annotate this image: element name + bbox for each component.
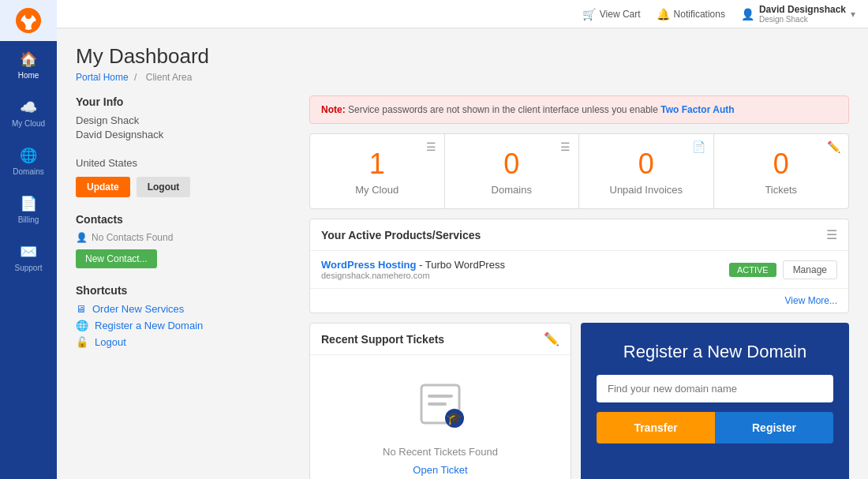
info-buttons: Update Logout — [76, 177, 297, 197]
active-badge: ACTIVE — [729, 263, 776, 277]
user-company: Design Shack — [759, 15, 846, 24]
alert-note: Note: Service passwords are not shown in… — [309, 95, 849, 124]
note-label: Note: — [321, 104, 346, 115]
stat-invoices: 📄 0 Unpaid Invoices — [579, 134, 714, 208]
your-info-section: Your Info Design Shack David Designshack… — [76, 95, 297, 197]
shortcut-order-label: Order New Services — [92, 303, 184, 315]
chevron-down-icon: ▾ — [851, 9, 855, 20]
breadcrumb: Portal Home / Client Area — [76, 72, 849, 83]
sidebar-item-home[interactable]: 🏠 Home — [0, 41, 57, 89]
tickets-header: Recent Support Tickets ✏️ — [310, 324, 571, 355]
active-products-title: Your Active Products/Services — [321, 229, 481, 241]
products-menu-icon[interactable]: ☰ — [826, 227, 837, 242]
two-factor-link[interactable]: Two Factor Auth — [660, 104, 734, 115]
contacts-title: Contacts — [76, 213, 297, 226]
stat-tickets: ✏️ 0 Tickets — [714, 134, 849, 208]
shortcut-register-domain[interactable]: 🌐 Register a New Domain — [76, 320, 297, 331]
transfer-button[interactable]: Transfer — [597, 412, 715, 443]
sidebar-label-domains: Domains — [13, 167, 43, 176]
sidebar: 🏠 Home ☁️ My Cloud 🌐 Domains 📄 Billing ✉… — [0, 0, 57, 479]
domain-search-input[interactable] — [597, 375, 833, 402]
svg-text:🎓: 🎓 — [447, 410, 462, 425]
product-subtype: Turbo WordPress — [425, 259, 505, 271]
user-full-name: David Designshack — [76, 129, 297, 140]
topbar: 🛒 View Cart 🔔 Notifications 👤 David Desi… — [57, 0, 868, 28]
sidebar-item-billing[interactable]: 📄 Billing — [0, 185, 57, 234]
domain-register-title: Register a New Domain — [597, 342, 833, 362]
shortcut-register-label: Register a New Domain — [95, 320, 203, 331]
active-products-header: Your Active Products/Services ☰ — [310, 219, 848, 251]
sidebar-label-home: Home — [18, 71, 39, 80]
page-title: My Dashboard — [76, 44, 849, 69]
breadcrumb-current: Client Area — [146, 72, 193, 83]
svg-point-2 — [25, 13, 32, 19]
shortcuts-title: Shortcuts — [76, 284, 297, 297]
open-ticket-link[interactable]: Open Ticket — [413, 464, 467, 476]
shortcut-logout[interactable]: 🔓 Logout — [76, 336, 297, 348]
no-contacts-text: 👤 No Contacts Found — [76, 232, 297, 243]
stat-domains-number: 0 — [458, 147, 567, 181]
stat-menu-cloud-icon[interactable]: ☰ — [426, 140, 436, 153]
sidebar-logo — [0, 0, 57, 41]
ticket-empty-icon: 🎓 — [334, 379, 547, 438]
sidebar-item-support[interactable]: ✉️ Support — [0, 234, 57, 282]
product-name-text: WordPress Hosting - Turbo WordPress — [321, 259, 505, 271]
stats-row: ☰ 1 My Cloud ☰ 0 Domains 📄 0 Unpaid Invo… — [309, 133, 849, 209]
product-info: WordPress Hosting - Turbo WordPress desi… — [321, 259, 505, 280]
product-type-name: WordPress Hosting — [321, 259, 416, 271]
update-button[interactable]: Update — [76, 177, 130, 197]
your-info-title: Your Info — [76, 95, 297, 108]
breadcrumb-separator: / — [134, 72, 137, 83]
left-panel: Your Info Design Shack David Designshack… — [76, 95, 297, 479]
stat-invoices-label: Unpaid Invoices — [592, 184, 701, 196]
shortcut-order-services[interactable]: 🖥 Order New Services — [76, 303, 297, 315]
user-menu[interactable]: 👤 David Designshack Design Shack ▾ — [741, 4, 855, 24]
tickets-menu-icon[interactable]: ✏️ — [544, 331, 559, 346]
domain-action-buttons: Transfer Register — [597, 412, 833, 443]
recent-tickets-card: Recent Support Tickets ✏️ 🎓 — [309, 323, 571, 479]
content-grid: Your Info Design Shack David Designshack… — [76, 95, 849, 479]
notifications-label: Notifications — [674, 9, 725, 20]
ticket-empty-state: 🎓 No Recent Tickets Found Open Ticket — [310, 355, 571, 479]
stat-invoices-number: 0 — [592, 147, 701, 181]
stat-tickets-number: 0 — [727, 147, 836, 181]
stat-cloud-number: 1 — [323, 147, 432, 181]
sidebar-label-cloud: My Cloud — [12, 119, 45, 128]
domain-icon: 🌐 — [76, 320, 88, 331]
sidebar-label-billing: Billing — [18, 215, 39, 224]
stat-menu-domains-icon[interactable]: ☰ — [560, 140, 571, 153]
domain-register-card: Register a New Domain Transfer Register — [581, 323, 849, 479]
alert-message: Service passwords are not shown in the c… — [348, 104, 658, 115]
stat-cloud: ☰ 1 My Cloud — [310, 134, 445, 208]
cloud-icon: ☁️ — [20, 99, 37, 116]
logout-icon: 🔓 — [76, 336, 88, 348]
view-more-link[interactable]: View More... — [785, 295, 837, 306]
breadcrumb-portal[interactable]: Portal Home — [76, 72, 129, 83]
stat-domains-label: Domains — [458, 184, 567, 196]
notifications-button[interactable]: 🔔 Notifications — [657, 8, 725, 21]
sidebar-item-domains[interactable]: 🌐 Domains — [0, 137, 57, 185]
svg-rect-6 — [428, 395, 453, 398]
cart-icon: 🛒 — [582, 8, 596, 21]
logout-button-info[interactable]: Logout — [137, 177, 191, 197]
shortcut-logout-label: Logout — [95, 336, 126, 348]
active-products-card: Your Active Products/Services ☰ WordPres… — [309, 219, 849, 313]
services-icon: 🖥 — [76, 303, 86, 315]
stat-menu-invoices-icon[interactable]: 📄 — [692, 140, 705, 153]
user-icon: 👤 — [741, 8, 754, 21]
product-row: WordPress Hosting - Turbo WordPress desi… — [310, 251, 848, 289]
register-button[interactable]: Register — [715, 412, 833, 443]
product-actions: ACTIVE Manage — [729, 260, 837, 279]
sidebar-label-support: Support — [14, 264, 42, 272]
bell-icon: 🔔 — [657, 8, 670, 21]
sidebar-item-cloud[interactable]: ☁️ My Cloud — [0, 89, 57, 137]
new-contact-button[interactable]: New Contact... — [76, 249, 157, 268]
stat-domains: ☰ 0 Domains — [445, 134, 580, 208]
view-cart-button[interactable]: 🛒 View Cart — [582, 8, 641, 21]
stat-menu-tickets-icon[interactable]: ✏️ — [827, 140, 840, 153]
view-cart-label: View Cart — [600, 9, 641, 20]
manage-button[interactable]: Manage — [783, 260, 837, 279]
country: United States — [76, 157, 297, 169]
view-more: View More... — [310, 289, 848, 312]
billing-icon: 📄 — [20, 195, 37, 212]
